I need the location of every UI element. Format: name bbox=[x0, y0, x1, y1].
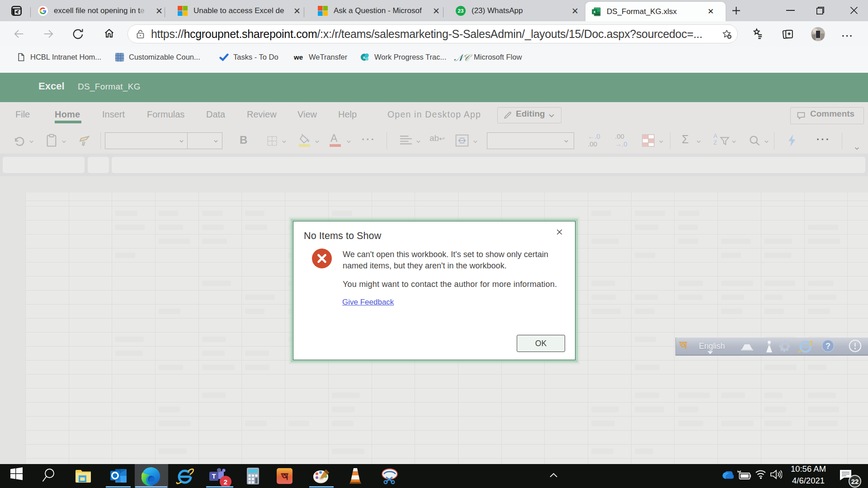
svg-text:x: x bbox=[593, 9, 595, 14]
svg-text:?: ? bbox=[826, 342, 830, 351]
svg-text:s: s bbox=[363, 55, 365, 60]
svg-text:অ: অ bbox=[281, 470, 288, 482]
svg-text:T: T bbox=[212, 472, 216, 480]
